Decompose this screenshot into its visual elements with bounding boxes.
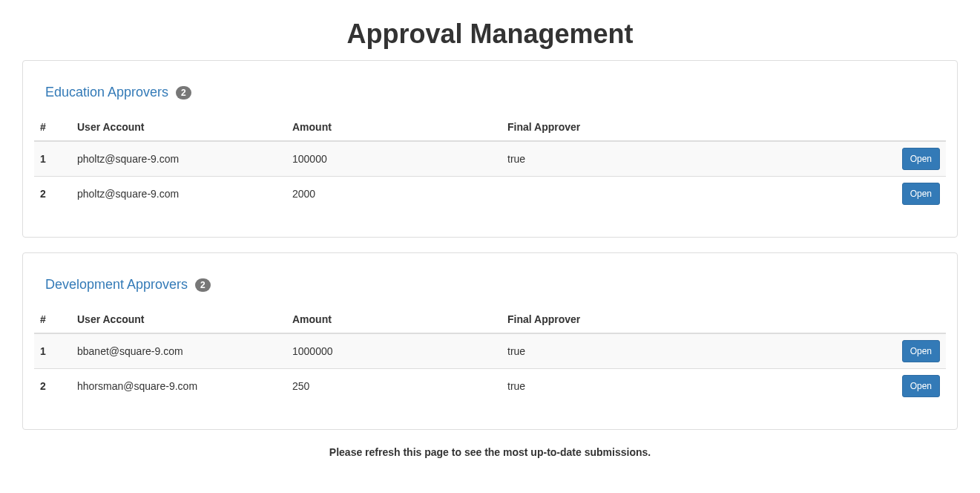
approvers-panel: Education Approvers 2 # User Account Amo… <box>22 60 958 238</box>
col-header-action <box>791 306 946 333</box>
open-button[interactable]: Open <box>902 148 940 170</box>
open-button[interactable]: Open <box>902 340 940 362</box>
approvers-table: # User Account Amount Final Approver 1 p… <box>34 114 946 211</box>
open-button[interactable]: Open <box>902 183 940 205</box>
count-badge: 2 <box>176 86 191 99</box>
row-index: 2 <box>34 177 71 212</box>
col-header-final: Final Approver <box>501 306 791 333</box>
col-header-user: User Account <box>71 114 286 141</box>
row-amount: 1000000 <box>286 333 501 369</box>
row-final: true <box>501 141 791 177</box>
row-amount: 100000 <box>286 141 501 177</box>
row-user: pholtz@square-9.com <box>71 141 286 177</box>
row-index: 2 <box>34 368 71 403</box>
col-header-action <box>791 114 946 141</box>
col-header-index: # <box>34 114 71 141</box>
col-header-final: Final Approver <box>501 114 791 141</box>
col-header-user: User Account <box>71 306 286 333</box>
row-final <box>501 177 791 212</box>
count-badge: 2 <box>195 278 211 292</box>
table-row: 2 hhorsman@square-9.com 250 true Open <box>34 368 946 403</box>
row-user: pholtz@square-9.com <box>71 177 286 212</box>
col-header-amount: Amount <box>286 114 501 141</box>
row-final: true <box>501 368 791 403</box>
table-row: 2 pholtz@square-9.com 2000 Open <box>34 177 946 212</box>
row-user: hhorsman@square-9.com <box>71 368 286 403</box>
row-index: 1 <box>34 141 71 177</box>
page-title: Approval Management <box>22 15 958 53</box>
footer-message: Please refresh this page to see the most… <box>22 445 958 460</box>
panel-title-link[interactable]: Education Approvers <box>45 83 168 102</box>
table-row: 1 bbanet@square-9.com 1000000 true Open <box>34 333 946 369</box>
row-user: bbanet@square-9.com <box>71 333 286 369</box>
panel-title-link[interactable]: Development Approvers <box>45 275 188 295</box>
approvers-panel: Development Approvers 2 # User Account A… <box>22 252 958 430</box>
row-amount: 250 <box>286 368 501 403</box>
row-final: true <box>501 333 791 369</box>
col-header-index: # <box>34 306 71 333</box>
col-header-amount: Amount <box>286 306 501 333</box>
row-amount: 2000 <box>286 177 501 212</box>
open-button[interactable]: Open <box>902 375 940 397</box>
row-index: 1 <box>34 333 71 369</box>
approvers-table: # User Account Amount Final Approver 1 b… <box>34 306 946 403</box>
table-row: 1 pholtz@square-9.com 100000 true Open <box>34 141 946 177</box>
